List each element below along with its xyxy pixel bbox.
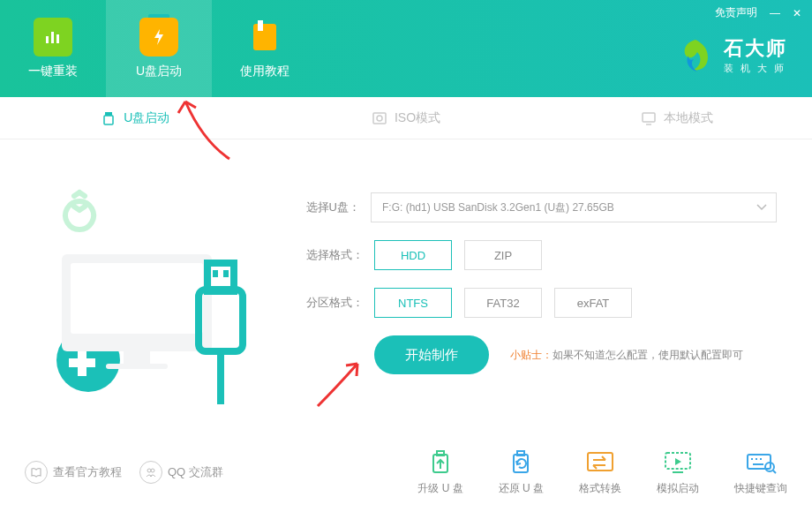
book-open-icon (25, 461, 48, 484)
svg-point-8 (377, 116, 382, 121)
nav-tabs: 一键重装 U盘启动 使用教程 (0, 0, 318, 97)
mode-tab-usb[interactable]: U盘启动 (0, 97, 271, 139)
svg-point-22 (151, 469, 154, 472)
svg-rect-3 (253, 24, 276, 50)
svg-rect-15 (106, 364, 168, 369)
nav-label: 使用教程 (240, 64, 289, 79)
partition-option-fat32[interactable]: FAT32 (464, 288, 542, 318)
svg-rect-19 (223, 270, 229, 277)
header: 一键重装 U盘启动 使用教程 免责声明 — ✕ 石大师 装机大师 (0, 0, 812, 97)
footer: 查看官方教程 QQ 交流群 升级 U 盘 还原 U 盘 格式转换 模拟启动 快捷… (0, 433, 812, 512)
select-usb-label: 选择U盘： (300, 200, 360, 215)
action-upgrade-usb[interactable]: 升级 U 盘 (417, 449, 462, 496)
svg-rect-30 (748, 455, 771, 469)
action-label: 模拟启动 (657, 481, 699, 496)
svg-rect-14 (124, 351, 150, 364)
svg-line-36 (773, 471, 776, 473)
usb-select[interactable]: F:G: (hd1) USB SanDisk 3.2Gen1 (U盘) 27.6… (371, 192, 777, 222)
book-icon (245, 18, 284, 56)
action-label: 升级 U 盘 (417, 481, 462, 496)
people-icon (139, 461, 162, 484)
keyboard-search-icon (745, 449, 777, 476)
svg-rect-2 (56, 34, 59, 43)
close-icon[interactable]: ✕ (793, 7, 801, 19)
svg-rect-0 (46, 36, 49, 43)
svg-rect-9 (643, 113, 655, 122)
link-label: 查看官方教程 (53, 464, 122, 480)
action-hotkey-lookup[interactable]: 快捷键查询 (734, 449, 787, 496)
brand: 石大师 装机大师 (676, 35, 791, 75)
nav-reinstall[interactable]: 一键重装 (0, 0, 106, 97)
mode-label: ISO模式 (395, 110, 440, 126)
usb-up-icon (425, 449, 456, 476)
format-label: 选择格式： (300, 247, 364, 263)
content: 选择U盘： F:G: (hd1) USB SanDisk 3.2Gen1 (U盘… (0, 139, 812, 457)
convert-icon (584, 449, 616, 476)
svg-rect-4 (258, 20, 263, 31)
action-label: 还原 U 盘 (499, 481, 544, 496)
official-tutorial-link[interactable]: 查看官方教程 (25, 461, 122, 484)
partition-option-ntfs[interactable]: NTFS (374, 288, 452, 318)
nav-label: 一键重装 (28, 64, 78, 79)
disclaimer-link[interactable]: 免责声明 (715, 5, 757, 20)
nav-tutorial[interactable]: 使用教程 (212, 0, 318, 97)
action-label: 格式转换 (579, 481, 621, 496)
svg-rect-6 (104, 116, 113, 124)
nav-usb-boot[interactable]: U盘启动 (106, 0, 212, 97)
monitor-play-icon (662, 449, 694, 476)
iso-icon (372, 110, 387, 126)
usb-illustration-icon (26, 175, 256, 404)
svg-rect-1 (51, 32, 54, 43)
svg-rect-26 (517, 451, 524, 456)
usb-select-value: F:G: (hd1) USB SanDisk 3.2Gen1 (U盘) 27.6… (382, 200, 614, 215)
monitor-icon (641, 110, 657, 126)
action-format-convert[interactable]: 格式转换 (579, 449, 621, 496)
brand-logo-icon (676, 36, 715, 75)
svg-rect-27 (588, 453, 613, 471)
qq-group-link[interactable]: QQ 交流群 (139, 461, 223, 484)
start-button[interactable]: 开始制作 (374, 335, 489, 374)
mode-label: U盘启动 (124, 110, 169, 126)
shield-bolt-icon (139, 18, 178, 56)
nav-label: U盘启动 (136, 64, 182, 79)
tip-text: 小贴士：如果不知道怎么配置，使用默认配置即可 (510, 348, 743, 363)
partition-option-exfat[interactable]: exFAT (554, 288, 632, 318)
mode-tab-iso[interactable]: ISO模式 (271, 97, 542, 139)
link-label: QQ 交流群 (168, 464, 223, 480)
tip-label: 小贴士： (510, 349, 553, 361)
usb-refresh-icon (505, 449, 537, 476)
svg-rect-7 (373, 113, 386, 124)
partition-label: 分区格式： (300, 295, 364, 311)
action-simulate-boot[interactable]: 模拟启动 (657, 449, 699, 496)
window-controls: 免责声明 — ✕ (715, 5, 801, 20)
minimize-icon[interactable]: — (770, 7, 780, 19)
config-form: 选择U盘： F:G: (hd1) USB SanDisk 3.2Gen1 (U盘… (300, 192, 777, 374)
action-label: 快捷键查询 (734, 481, 787, 496)
brand-name: 石大师 (724, 35, 791, 62)
mode-tabs: U盘启动 ISO模式 本地模式 (0, 97, 812, 139)
brand-sub: 装机大师 (724, 62, 791, 75)
mode-label: 本地模式 (664, 110, 713, 126)
svg-rect-13 (71, 263, 203, 334)
usb-icon (101, 110, 117, 126)
svg-point-21 (147, 469, 151, 472)
tip-body: 如果不知道怎么配置，使用默认配置即可 (553, 349, 743, 361)
format-option-zip[interactable]: ZIP (464, 240, 542, 270)
chevron-down-icon (756, 204, 767, 211)
mode-tab-local[interactable]: 本地模式 (541, 97, 812, 139)
svg-rect-18 (213, 270, 218, 277)
svg-rect-24 (437, 451, 444, 456)
format-option-hdd[interactable]: HDD (374, 240, 452, 270)
action-restore-usb[interactable]: 还原 U 盘 (499, 449, 544, 496)
bar-chart-icon (34, 18, 72, 56)
